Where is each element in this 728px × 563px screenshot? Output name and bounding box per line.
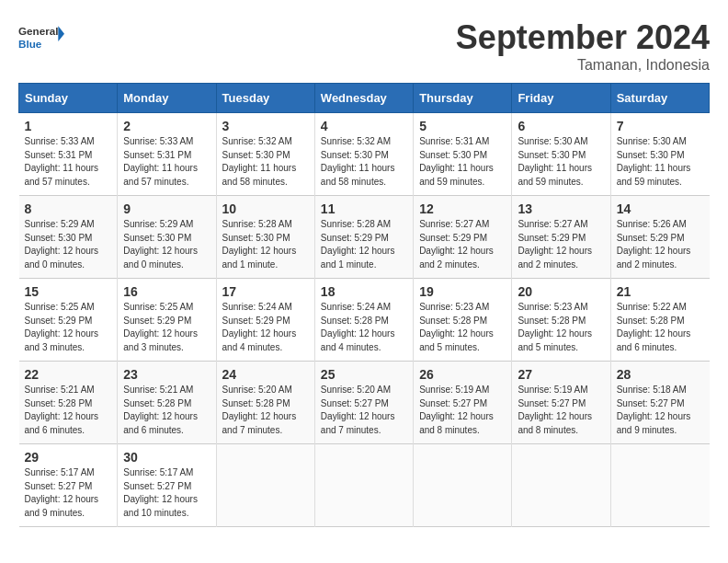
calendar-cell: 21 Sunrise: 5:22 AM Sunset: 5:28 PM Dayl… — [610, 279, 709, 362]
calendar-cell: 2 Sunrise: 5:33 AM Sunset: 5:31 PM Dayli… — [118, 113, 216, 196]
day-number: 6 — [518, 119, 604, 133]
day-number: 3 — [222, 119, 309, 133]
calendar-cell: 19 Sunrise: 5:23 AM Sunset: 5:28 PM Dayl… — [414, 279, 512, 362]
calendar-cell: 15 Sunrise: 5:25 AM Sunset: 5:29 PM Dayl… — [19, 279, 118, 362]
day-info: Sunrise: 5:24 AM Sunset: 5:29 PM Dayligh… — [222, 301, 309, 354]
day-info: Sunrise: 5:22 AM Sunset: 5:28 PM Dayligh… — [617, 301, 704, 354]
day-info: Sunrise: 5:19 AM Sunset: 5:27 PM Dayligh… — [518, 384, 604, 437]
calendar-cell: 20 Sunrise: 5:23 AM Sunset: 5:28 PM Dayl… — [512, 279, 610, 362]
day-number: 23 — [123, 367, 210, 382]
calendar-cell — [610, 444, 709, 527]
calendar-cell — [414, 444, 512, 527]
calendar-cell: 14 Sunrise: 5:26 AM Sunset: 5:29 PM Dayl… — [610, 196, 709, 279]
day-number: 12 — [419, 201, 506, 216]
day-info: Sunrise: 5:29 AM Sunset: 5:30 PM Dayligh… — [123, 218, 210, 271]
calendar-header-row: Sunday Monday Tuesday Wednesday Thursday… — [19, 84, 710, 113]
logo-icon: General Blue — [18, 18, 64, 55]
page-header: General Blue September 2024 Tamanan, Ind… — [18, 18, 710, 74]
day-info: Sunrise: 5:23 AM Sunset: 5:28 PM Dayligh… — [419, 301, 506, 354]
calendar-cell — [512, 444, 610, 527]
calendar-cell: 1 Sunrise: 5:33 AM Sunset: 5:31 PM Dayli… — [19, 113, 118, 196]
day-number: 17 — [222, 284, 309, 299]
day-info: Sunrise: 5:28 AM Sunset: 5:29 PM Dayligh… — [321, 218, 407, 271]
day-info: Sunrise: 5:32 AM Sunset: 5:30 PM Dayligh… — [222, 135, 309, 189]
day-number: 26 — [419, 367, 506, 382]
day-info: Sunrise: 5:20 AM Sunset: 5:27 PM Dayligh… — [321, 384, 407, 437]
col-sunday: Sunday — [19, 84, 118, 113]
day-info: Sunrise: 5:30 AM Sunset: 5:30 PM Dayligh… — [617, 135, 704, 189]
day-info: Sunrise: 5:24 AM Sunset: 5:28 PM Dayligh… — [321, 301, 407, 354]
day-number: 16 — [123, 284, 210, 299]
calendar-cell: 10 Sunrise: 5:28 AM Sunset: 5:30 PM Dayl… — [216, 196, 314, 279]
day-number: 7 — [617, 119, 704, 133]
day-number: 4 — [321, 119, 407, 133]
day-number: 14 — [617, 201, 704, 216]
calendar-cell: 22 Sunrise: 5:21 AM Sunset: 5:28 PM Dayl… — [19, 362, 118, 444]
calendar-cell: 6 Sunrise: 5:30 AM Sunset: 5:30 PM Dayli… — [512, 113, 610, 196]
calendar-cell — [314, 444, 413, 527]
day-number: 13 — [518, 201, 604, 216]
col-tuesday: Tuesday — [216, 84, 314, 113]
day-info: Sunrise: 5:33 AM Sunset: 5:31 PM Dayligh… — [123, 135, 210, 189]
calendar-cell: 13 Sunrise: 5:27 AM Sunset: 5:29 PM Dayl… — [512, 196, 610, 279]
day-number: 19 — [419, 284, 506, 299]
month-year: September 2024 — [456, 18, 710, 57]
calendar-week-row: 29 Sunrise: 5:17 AM Sunset: 5:27 PM Dayl… — [19, 444, 710, 527]
day-info: Sunrise: 5:31 AM Sunset: 5:30 PM Dayligh… — [419, 135, 506, 189]
calendar-cell: 29 Sunrise: 5:17 AM Sunset: 5:27 PM Dayl… — [19, 444, 118, 527]
day-number: 24 — [222, 367, 309, 382]
svg-marker-2 — [58, 26, 64, 41]
day-info: Sunrise: 5:33 AM Sunset: 5:31 PM Dayligh… — [25, 135, 112, 189]
calendar-cell: 8 Sunrise: 5:29 AM Sunset: 5:30 PM Dayli… — [19, 196, 118, 279]
calendar-cell: 23 Sunrise: 5:21 AM Sunset: 5:28 PM Dayl… — [118, 362, 216, 444]
calendar-cell: 9 Sunrise: 5:29 AM Sunset: 5:30 PM Dayli… — [118, 196, 216, 279]
col-monday: Monday — [118, 84, 216, 113]
title-block: September 2024 Tamanan, Indonesia — [456, 18, 710, 74]
calendar-cell: 11 Sunrise: 5:28 AM Sunset: 5:29 PM Dayl… — [314, 196, 413, 279]
day-number: 5 — [419, 119, 506, 133]
logo: General Blue — [18, 18, 69, 55]
calendar-week-row: 22 Sunrise: 5:21 AM Sunset: 5:28 PM Dayl… — [19, 362, 710, 444]
col-wednesday: Wednesday — [314, 84, 413, 113]
day-number: 9 — [123, 201, 210, 216]
day-number: 8 — [25, 201, 112, 216]
day-info: Sunrise: 5:26 AM Sunset: 5:29 PM Dayligh… — [617, 218, 704, 271]
col-thursday: Thursday — [414, 84, 512, 113]
day-number: 15 — [25, 284, 112, 299]
day-info: Sunrise: 5:23 AM Sunset: 5:28 PM Dayligh… — [518, 301, 604, 354]
day-info: Sunrise: 5:25 AM Sunset: 5:29 PM Dayligh… — [123, 301, 210, 354]
col-friday: Friday — [512, 84, 610, 113]
day-info: Sunrise: 5:21 AM Sunset: 5:28 PM Dayligh… — [123, 384, 210, 437]
day-number: 11 — [321, 201, 407, 216]
calendar-week-row: 15 Sunrise: 5:25 AM Sunset: 5:29 PM Dayl… — [19, 279, 710, 362]
calendar-table: Sunday Monday Tuesday Wednesday Thursday… — [18, 83, 710, 527]
day-info: Sunrise: 5:17 AM Sunset: 5:27 PM Dayligh… — [123, 466, 210, 520]
calendar-cell: 5 Sunrise: 5:31 AM Sunset: 5:30 PM Dayli… — [414, 113, 512, 196]
day-info: Sunrise: 5:19 AM Sunset: 5:27 PM Dayligh… — [419, 384, 506, 437]
calendar-week-row: 8 Sunrise: 5:29 AM Sunset: 5:30 PM Dayli… — [19, 196, 710, 279]
calendar-cell: 4 Sunrise: 5:32 AM Sunset: 5:30 PM Dayli… — [314, 113, 413, 196]
day-number: 21 — [617, 284, 704, 299]
calendar-cell: 18 Sunrise: 5:24 AM Sunset: 5:28 PM Dayl… — [314, 279, 413, 362]
day-number: 25 — [321, 367, 407, 382]
calendar-cell: 17 Sunrise: 5:24 AM Sunset: 5:29 PM Dayl… — [216, 279, 314, 362]
calendar-week-row: 1 Sunrise: 5:33 AM Sunset: 5:31 PM Dayli… — [19, 113, 710, 196]
day-number: 29 — [25, 450, 112, 465]
day-number: 2 — [123, 119, 210, 133]
day-info: Sunrise: 5:28 AM Sunset: 5:30 PM Dayligh… — [222, 218, 309, 271]
col-saturday: Saturday — [610, 84, 709, 113]
calendar-cell: 28 Sunrise: 5:18 AM Sunset: 5:27 PM Dayl… — [610, 362, 709, 444]
day-number: 30 — [123, 450, 210, 465]
day-info: Sunrise: 5:27 AM Sunset: 5:29 PM Dayligh… — [419, 218, 506, 271]
day-info: Sunrise: 5:25 AM Sunset: 5:29 PM Dayligh… — [25, 301, 112, 354]
day-number: 1 — [25, 119, 112, 133]
calendar-cell: 27 Sunrise: 5:19 AM Sunset: 5:27 PM Dayl… — [512, 362, 610, 444]
day-info: Sunrise: 5:20 AM Sunset: 5:28 PM Dayligh… — [222, 384, 309, 437]
calendar-cell — [216, 444, 314, 527]
day-number: 22 — [25, 367, 112, 382]
day-number: 20 — [518, 284, 604, 299]
day-number: 28 — [617, 367, 704, 382]
calendar-cell: 26 Sunrise: 5:19 AM Sunset: 5:27 PM Dayl… — [414, 362, 512, 444]
calendar-cell: 3 Sunrise: 5:32 AM Sunset: 5:30 PM Dayli… — [216, 113, 314, 196]
calendar-cell: 7 Sunrise: 5:30 AM Sunset: 5:30 PM Dayli… — [610, 113, 709, 196]
